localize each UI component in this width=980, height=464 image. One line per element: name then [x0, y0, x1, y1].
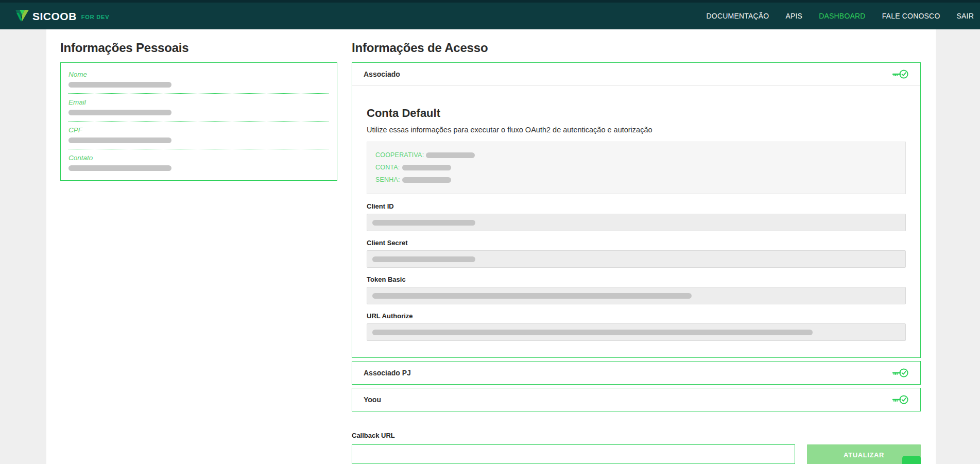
client-secret-value-redacted: [372, 256, 475, 262]
url-authorize-label: URL Authorize: [367, 312, 906, 320]
access-info-panel: Informações de Acesso Associado Conta: [352, 41, 921, 464]
nome-value-redacted: [68, 82, 171, 88]
client-id-group: Client ID: [367, 202, 906, 231]
cooperativa-label: COOPERATIVA:: [375, 151, 424, 159]
client-secret-group: Client Secret: [367, 239, 906, 268]
conta-label: CONTA:: [375, 164, 400, 171]
accordion-associado-pj-label: Associado PJ: [364, 369, 411, 377]
page: SICOOB FOR DEV DOCUMENTAÇÃO APIS DASHBOA…: [0, 0, 980, 464]
nome-label: Nome: [68, 71, 329, 78]
accordion-associado-pj-header[interactable]: Associado PJ: [352, 362, 920, 384]
personal-info-box: Nome Email CPF Contato: [60, 62, 337, 181]
contato-label: Contato: [68, 154, 329, 162]
top-navbar: SICOOB FOR DEV DOCUMENTAÇÃO APIS DASHBOA…: [0, 0, 980, 29]
accordion-associado-header[interactable]: Associado: [352, 63, 920, 85]
callback-url-input[interactable]: [352, 444, 795, 464]
personal-field-nome: Nome: [68, 66, 329, 94]
contato-value-redacted: [68, 165, 171, 171]
personal-info-panel: Informações Pessoais Nome Email CPF: [60, 41, 337, 464]
nav-link-dashboard[interactable]: DASHBOARD: [819, 12, 865, 20]
key-check-icon: [891, 367, 909, 379]
accordion-associado-pj: Associado PJ: [352, 361, 921, 385]
client-id-label: Client ID: [367, 202, 906, 210]
callback-url-label: Callback URL: [352, 432, 395, 439]
personal-info-title: Informações Pessoais: [60, 41, 337, 55]
nav-links: DOCUMENTAÇÃO APIS DASHBOARD FALE CONOSCO…: [707, 12, 974, 20]
content-card: Informações Pessoais Nome Email CPF: [46, 29, 936, 464]
sicoob-logo-icon: [15, 10, 29, 22]
email-label: Email: [68, 98, 329, 106]
nav-link-documentacao[interactable]: DOCUMENTAÇÃO: [707, 12, 769, 20]
url-authorize-value-redacted: [372, 330, 813, 335]
email-value-redacted: [68, 110, 171, 115]
credential-cooperativa: COOPERATIVA:: [375, 149, 897, 161]
senha-label: SENHA:: [375, 176, 400, 183]
credentials-well: COOPERATIVA: CONTA: SENHA:: [367, 142, 906, 194]
credential-senha: SENHA:: [375, 174, 897, 186]
cooperativa-value-redacted: [426, 152, 475, 158]
brand-suffix: FOR DEV: [81, 14, 110, 20]
personal-field-email: Email: [68, 94, 329, 122]
token-basic-label: Token Basic: [367, 276, 906, 283]
token-basic-field[interactable]: [367, 287, 906, 304]
url-authorize-group: URL Authorize: [367, 312, 906, 341]
key-check-icon: [891, 394, 909, 405]
credential-conta: CONTA:: [375, 161, 897, 174]
accordion-associado-label: Associado: [364, 70, 400, 78]
client-secret-field[interactable]: [367, 250, 906, 268]
callback-section: Callback URL ATUALIZAR: [352, 431, 921, 464]
cpf-value-redacted: [68, 138, 171, 143]
accordion-associado-body: Conta Default Utilize essas informações …: [352, 85, 920, 357]
accordion-yoou-header[interactable]: Yoou: [352, 388, 920, 411]
conta-default-title: Conta Default: [367, 107, 906, 120]
url-authorize-field[interactable]: [367, 323, 906, 341]
sicoob-logo[interactable]: SICOOB FOR DEV: [15, 10, 109, 22]
cpf-label: CPF: [68, 126, 329, 134]
token-basic-value-redacted: [372, 293, 692, 299]
key-check-icon: [891, 68, 909, 80]
access-info-title: Informações de Acesso: [352, 41, 921, 55]
accordion-yoou-label: Yoou: [364, 396, 381, 404]
personal-field-cpf: CPF: [68, 122, 329, 149]
conta-value-redacted: [402, 165, 451, 170]
client-secret-label: Client Secret: [367, 239, 906, 247]
client-id-field[interactable]: [367, 214, 906, 231]
token-basic-group: Token Basic: [367, 276, 906, 304]
client-id-value-redacted: [372, 220, 475, 226]
accordion-yoou: Yoou: [352, 388, 921, 411]
personal-field-contato: Contato: [68, 149, 329, 174]
brand-name: SICOOB: [32, 11, 77, 22]
nav-link-apis[interactable]: APIS: [785, 12, 802, 20]
chat-fab-button[interactable]: [902, 456, 921, 464]
conta-default-subtitle: Utilize essas informações para executar …: [367, 126, 906, 134]
nav-link-fale-conosco[interactable]: FALE CONOSCO: [882, 12, 940, 20]
nav-link-sair[interactable]: SAIR: [957, 12, 974, 20]
senha-value-redacted: [402, 177, 451, 183]
accordion-associado: Associado Conta Default Utilize essas in…: [352, 62, 921, 358]
